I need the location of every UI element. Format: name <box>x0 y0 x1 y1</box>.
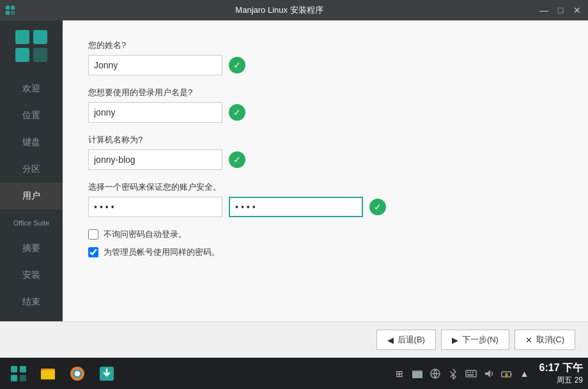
svg-rect-7 <box>33 48 47 62</box>
installer-window: Manjaro Linux 安装程序 — □ ✕ <box>0 0 588 358</box>
content-panel: 您的姓名? ✓ 您想要使用的登录用户名是? ✓ <box>63 20 588 321</box>
window-controls: — □ ✕ <box>538 4 583 16</box>
taskbar-installer-icon[interactable] <box>93 360 120 387</box>
taskbar-firefox-icon[interactable] <box>64 360 91 387</box>
name-input[interactable] <box>88 55 222 75</box>
svg-point-16 <box>75 371 80 376</box>
password-check-icon: ✓ <box>369 199 386 215</box>
username-group: 您想要使用的登录用户名是? ✓ <box>88 87 562 123</box>
username-check-icon: ✓ <box>229 104 245 121</box>
tray-battery-icon[interactable] <box>500 367 514 381</box>
svg-rect-6 <box>15 48 29 62</box>
autologin-label: 不询问密码自动登录。 <box>104 229 187 240</box>
taskbar: ⊞ <box>0 358 588 389</box>
bottom-bar: ◀ 后退(B) ▶ 下一步(N) ✕ 取消(C) <box>0 321 588 358</box>
manjaro-logo <box>12 27 50 65</box>
sidebar-item-welcome[interactable]: 欢迎 <box>0 75 63 102</box>
svg-rect-25 <box>472 372 474 373</box>
username-label: 您想要使用的登录用户名是? <box>88 87 562 98</box>
svg-rect-8 <box>11 366 17 372</box>
same-password-checkbox[interactable] <box>88 247 98 257</box>
next-button[interactable]: ▶ 下一步(N) <box>441 330 509 350</box>
taskbar-tray: ⊞ <box>392 367 532 381</box>
back-button[interactable]: ◀ 后退(B) <box>376 330 436 350</box>
main-content: 欢迎 位置 键盘 分区 用户 Office Suite 摘要 <box>0 20 588 321</box>
hostname-input[interactable] <box>88 149 222 170</box>
sidebar-item-user[interactable]: 用户 <box>0 183 63 210</box>
same-password-group: 为管理员帐号使用同样的密码。 <box>88 247 562 258</box>
tray-network-icon[interactable] <box>428 367 442 381</box>
password-label: 选择一个密码来保证您的账户安全。 <box>88 181 562 193</box>
autologin-checkbox[interactable] <box>88 229 98 240</box>
hostname-input-row: ✓ <box>88 149 562 170</box>
password-group: 选择一个密码来保证您的账户安全。 ✓ <box>88 181 562 217</box>
sidebar-item-office[interactable]: Office Suite <box>0 210 63 235</box>
svg-rect-11 <box>20 375 26 381</box>
tray-files-icon[interactable] <box>410 367 424 381</box>
sidebar: 欢迎 位置 键盘 分区 用户 Office Suite 摘要 <box>0 20 63 321</box>
password-confirm-input[interactable] <box>229 197 363 217</box>
sidebar-item-finish[interactable]: 结束 <box>0 289 63 316</box>
svg-rect-13 <box>41 370 55 379</box>
tray-volume-icon[interactable] <box>482 367 496 381</box>
name-group: 您的姓名? ✓ <box>88 40 562 75</box>
password-input[interactable] <box>88 197 222 217</box>
sidebar-item-summary[interactable]: 摘要 <box>0 235 63 262</box>
sidebar-item-install[interactable]: 安装 <box>0 262 63 289</box>
back-icon: ◀ <box>387 335 394 345</box>
close-button[interactable]: ✕ <box>571 4 583 16</box>
name-input-row: ✓ <box>88 55 562 75</box>
svg-rect-28 <box>511 374 512 375</box>
cancel-button[interactable]: ✕ 取消(C) <box>514 330 575 350</box>
svg-rect-23 <box>467 372 468 373</box>
svg-rect-9 <box>20 366 26 372</box>
minimize-button[interactable]: — <box>538 4 550 16</box>
titlebar: Manjaro Linux 安装程序 — □ ✕ <box>0 0 588 20</box>
tray-up-arrow[interactable]: ▲ <box>518 367 532 381</box>
taskbar-manjaro-icon[interactable] <box>5 360 32 387</box>
next-icon: ▶ <box>452 335 458 345</box>
svg-rect-5 <box>33 30 47 44</box>
autologin-group: 不询问密码自动登录。 <box>88 229 562 240</box>
sidebar-item-partition[interactable]: 分区 <box>0 156 63 183</box>
svg-rect-0 <box>6 6 10 10</box>
system-clock[interactable]: 6:17 下午 周五 29 <box>539 362 583 386</box>
clock-date: 周五 29 <box>539 375 583 386</box>
svg-rect-19 <box>412 372 422 378</box>
tray-bluetooth-icon[interactable] <box>446 367 460 381</box>
hostname-check-icon: ✓ <box>229 151 245 168</box>
tray-keyboard-icon[interactable] <box>464 367 478 381</box>
username-input-row: ✓ <box>88 102 562 123</box>
restore-button[interactable]: □ <box>555 4 566 16</box>
name-label: 您的姓名? <box>88 40 562 51</box>
username-input[interactable] <box>88 102 222 123</box>
svg-rect-4 <box>15 30 29 44</box>
taskbar-files-icon[interactable] <box>35 360 61 387</box>
svg-rect-24 <box>470 372 471 373</box>
clock-time: 6:17 下午 <box>539 362 583 375</box>
password-fields <box>88 197 363 217</box>
cancel-label: 取消(C) <box>536 334 564 346</box>
svg-rect-1 <box>11 6 15 10</box>
svg-rect-10 <box>11 375 17 381</box>
sidebar-item-location[interactable]: 位置 <box>0 102 63 129</box>
back-label: 后退(B) <box>398 334 425 346</box>
next-label: 下一步(N) <box>462 334 499 346</box>
same-password-label: 为管理员帐号使用同样的密码。 <box>104 247 220 258</box>
svg-rect-26 <box>467 374 474 376</box>
window-icon <box>5 5 15 15</box>
sidebar-item-keyboard[interactable]: 键盘 <box>0 129 63 156</box>
svg-rect-22 <box>466 370 476 377</box>
cancel-icon: ✕ <box>525 335 532 345</box>
name-check-icon: ✓ <box>229 57 245 73</box>
svg-rect-3 <box>11 11 15 15</box>
hostname-group: 计算机名称为? ✓ <box>88 134 562 170</box>
tray-vm-icon[interactable]: ⊞ <box>392 367 406 381</box>
window-title: Manjaro Linux 安装程序 <box>20 4 538 16</box>
hostname-label: 计算机名称为? <box>88 134 562 146</box>
password-input-row: ✓ <box>88 197 562 217</box>
svg-rect-2 <box>6 11 10 15</box>
